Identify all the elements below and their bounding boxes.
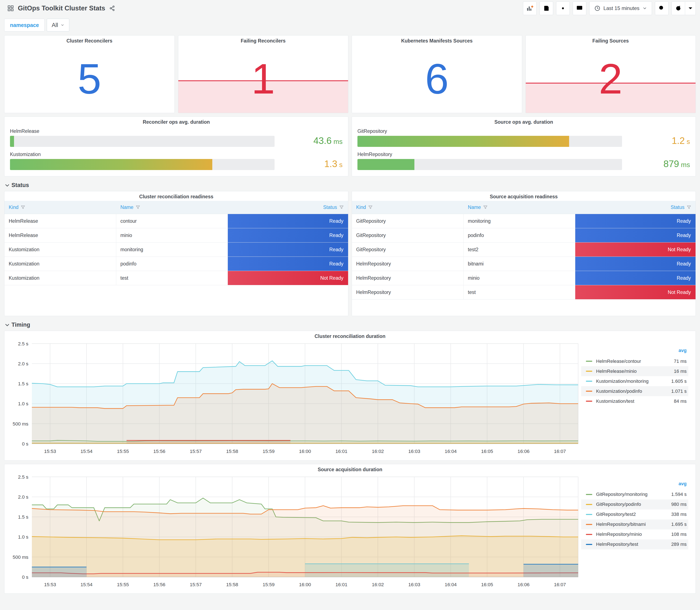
legend-item[interactable]: HelmRelease/minio16 ms (581, 366, 688, 376)
timeseries-panel: Source acquisition duration15:5315:5415:… (4, 464, 696, 594)
dashboard-settings-button[interactable] (556, 1, 570, 15)
filter-funnel-icon[interactable] (339, 205, 344, 210)
time-range-picker[interactable]: Last 15 minutes (589, 1, 652, 15)
svg-text:2.5 s: 2.5 s (18, 474, 29, 480)
timeseries-svg: 15:5315:5415:5515:5615:5715:5815:5916:00… (6, 474, 581, 592)
name-cell: contour (116, 214, 228, 228)
svg-text:16:03: 16:03 (408, 582, 420, 587)
stat-panel-title[interactable]: Failing Reconcilers (178, 35, 348, 45)
name-cell: minio (464, 271, 575, 285)
table-row: GitRepositorypodinfoReady (352, 228, 696, 242)
legend-series-avg: 338 ms (659, 512, 687, 517)
kind-cell: HelmRelease (4, 228, 116, 242)
add-panel-button[interactable] (523, 1, 537, 15)
filter-funnel-icon[interactable] (687, 205, 691, 210)
name-cell: bitnami (464, 257, 575, 271)
legend-avg-header[interactable]: avg (581, 348, 688, 356)
svg-text:15:57: 15:57 (190, 449, 202, 454)
legend-item[interactable]: Kustomization/monitoring1.605 s (581, 376, 688, 386)
table-column-header[interactable]: Status (575, 201, 696, 214)
column-header-label: Name (468, 205, 481, 210)
save-dashboard-button[interactable] (540, 1, 553, 15)
filter-funnel-icon[interactable] (483, 205, 488, 210)
svg-text:15:59: 15:59 (263, 582, 275, 587)
legend-series-avg: 1.071 s (659, 388, 687, 394)
legend-series-name: HelmRepository/test (596, 542, 659, 547)
stat-panel-title[interactable]: Cluster Reconcilers (4, 35, 175, 45)
gauge-panel-title[interactable]: Reconciler ops avg. duration (4, 117, 348, 126)
legend-series-avg: 84 ms (659, 399, 687, 404)
refresh-button[interactable] (671, 1, 685, 15)
legend-series-name: HelmRepository/bitnami (596, 521, 659, 527)
table-column-header[interactable]: Status (228, 201, 348, 214)
timeseries-panel: Cluster reconciliation duration15:5315:5… (4, 331, 696, 461)
legend-item[interactable]: HelmRepository/test289 ms (581, 540, 688, 549)
chart-plot-area[interactable]: 15:5315:5415:5515:5615:5715:5815:5916:00… (6, 474, 581, 592)
svg-text:0 s: 0 s (22, 441, 28, 447)
legend-item[interactable]: HelmRepository/bitnami1.695 s (581, 519, 688, 529)
legend-item[interactable]: HelmRepository/minio108 ms (581, 529, 688, 540)
status-badge: Ready (228, 242, 348, 257)
legend-avg-header[interactable]: avg (581, 481, 688, 489)
status-section-toggle[interactable]: Status (5, 182, 696, 189)
gauge-main: HelmRelease (10, 128, 275, 147)
namespace-variable-label[interactable]: namespace (4, 19, 45, 31)
table-row: HelmReleaseminioReady (4, 228, 348, 242)
table-column-header[interactable]: Kind (4, 201, 116, 214)
svg-text:16:01: 16:01 (335, 449, 347, 454)
share-icon[interactable] (109, 5, 115, 12)
gauge-value-unit: ms (679, 161, 690, 168)
time-range-label: Last 15 minutes (603, 5, 639, 11)
legend-item[interactable]: GitRepository/podinfo980 ms (581, 499, 688, 510)
zoom-out-time-button[interactable] (655, 1, 669, 15)
timing-charts-column: Cluster reconciliation duration15:5315:5… (4, 331, 696, 594)
legend-series-color (586, 381, 592, 382)
dashboard-header: GitOps Toolkit Cluster Stats La (4, 0, 696, 17)
legend-series-color (586, 504, 592, 505)
timing-section-label: Timing (12, 322, 30, 328)
stat-panel-title[interactable]: Failing Sources (526, 35, 696, 45)
column-header-label: Name (120, 205, 133, 210)
dashboard-title: GitOps Toolkit Cluster Stats (18, 4, 105, 12)
refresh-interval-dropdown[interactable] (685, 1, 696, 15)
gauge-track (10, 136, 275, 147)
chart-panel-title[interactable]: Source acquisition duration (4, 464, 696, 474)
chart-plot-area[interactable]: 15:5315:5415:5515:5615:5715:5815:5916:00… (6, 340, 581, 459)
legend-series-name: GitRepository/podinfo (596, 502, 659, 507)
gauge-panels-row: Reconciler ops avg. durationHelmRelease4… (4, 116, 696, 176)
gauge-panel-title[interactable]: Source ops avg. duration (352, 117, 696, 126)
svg-text:16:04: 16:04 (445, 582, 457, 587)
namespace-variable-value[interactable]: All (47, 19, 69, 31)
legend-item[interactable]: Kustomization/podinfo1.071 s (581, 386, 688, 396)
name-cell: monitoring (464, 214, 575, 228)
filter-funnel-icon[interactable] (21, 205, 25, 210)
gauge-main: Kustomization (10, 151, 275, 170)
cycle-view-mode-button[interactable] (573, 1, 586, 15)
legend-item[interactable]: GitRepository/monitoring1.594 s (581, 489, 688, 499)
status-tables-row: Cluster reconciliation readinessKindName… (4, 191, 696, 316)
name-cell: test2 (464, 242, 575, 257)
svg-text:2.5 s: 2.5 s (18, 341, 29, 347)
dashboards-grid-icon[interactable] (7, 5, 14, 12)
stat-value: 1 (178, 58, 348, 100)
status-badge: Ready (228, 228, 348, 242)
gauge-value: 1.2 s (622, 135, 690, 147)
status-section-label: Status (12, 182, 29, 189)
chart-panel-title[interactable]: Cluster reconciliation duration (4, 331, 696, 340)
timing-section-toggle[interactable]: Timing (5, 322, 696, 328)
gauge-value-number: 879 (664, 159, 679, 169)
table-panel-title[interactable]: Source acquisition readiness (352, 191, 696, 201)
readiness-table: KindNameStatusGitRepositorymonitoringRea… (352, 201, 696, 300)
table-column-header[interactable]: Kind (352, 201, 464, 214)
svg-text:16:05: 16:05 (481, 582, 493, 587)
legend-item[interactable]: HelmRelease/contour71 ms (581, 356, 688, 366)
filter-funnel-icon[interactable] (135, 205, 140, 210)
legend-item[interactable]: Kustomization/test84 ms (581, 396, 688, 406)
stat-panel-title[interactable]: Kubernetes Manifests Sources (352, 35, 522, 45)
table-panel-title[interactable]: Cluster reconciliation readiness (4, 191, 348, 201)
table-column-header[interactable]: Name (116, 201, 228, 214)
filter-funnel-icon[interactable] (368, 205, 373, 210)
legend-item[interactable]: GitRepository/test2338 ms (581, 510, 688, 519)
table-column-header[interactable]: Name (464, 201, 575, 214)
svg-text:16:07: 16:07 (554, 582, 566, 587)
